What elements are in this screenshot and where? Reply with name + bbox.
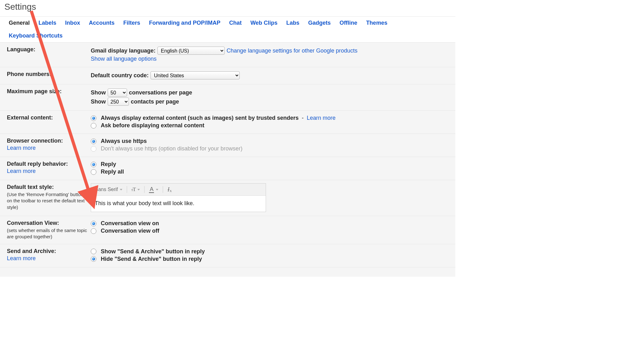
country-code-select[interactable]: United States [151, 71, 240, 79]
radio-always-https[interactable] [91, 139, 96, 144]
conversation-on-label: Conversation view on [101, 220, 159, 227]
row-phone-numbers: Phone numbers: Default country code: Uni… [0, 67, 455, 84]
external-learn-more-link[interactable]: Learn more [307, 115, 335, 121]
text-style-editor: Sans Serif тT A [91, 183, 266, 212]
row-send-and-archive: Send and Archive: Learn more Show "Send … [0, 244, 455, 267]
tab-accounts[interactable]: Accounts [84, 17, 119, 29]
radio-reply-all[interactable] [91, 169, 96, 175]
contacts-per-page-label: contacts per page [131, 99, 179, 105]
hide-send-archive-label: Hide "Send & Archive" button in reply [101, 256, 202, 262]
font-size-icon: тT [131, 186, 136, 193]
reply-learn-more-link[interactable]: Learn more [7, 168, 88, 174]
show-word-2: Show [91, 99, 106, 105]
chevron-down-icon [156, 189, 158, 190]
row-external-content: External content: Always display externa… [0, 111, 455, 134]
tab-offline[interactable]: Offline [335, 17, 362, 29]
label-language: Language: [0, 46, 91, 63]
remove-formatting-icon: Ix [167, 186, 171, 193]
radio-reply[interactable] [91, 162, 96, 167]
tab-chat[interactable]: Chat [225, 17, 246, 29]
default-country-code-label: Default country code: [91, 72, 149, 79]
hint-conversation-view: (sets whether emails of the same topic a… [7, 227, 88, 240]
radio-show-send-archive[interactable] [91, 249, 96, 254]
show-all-language-options-link[interactable]: Show all language options [91, 56, 156, 62]
tab-inbox[interactable]: Inbox [61, 17, 84, 29]
conversations-per-page-label: conversations per page [129, 89, 192, 96]
radio-external-always[interactable] [91, 115, 96, 121]
label-conversation-view: Conversation View: [7, 220, 59, 226]
conversation-off-label: Conversation view off [101, 228, 159, 234]
label-max-page-size: Maximum page size: [0, 88, 91, 107]
browser-learn-more-link[interactable]: Learn more [7, 145, 88, 151]
tab-gadgets[interactable]: Gadgets [304, 17, 335, 29]
external-always-label: Always display external content (such as… [101, 115, 299, 121]
row-default-reply: Default reply behavior: Learn more Reply… [0, 157, 455, 180]
row-conversation-view: Conversation View: (sets whether emails … [0, 216, 455, 244]
tab-labs[interactable]: Labs [282, 17, 304, 29]
reply-label: Reply [101, 161, 116, 168]
tabs-bar: GeneralLabelsInboxAccountsFiltersForward… [0, 16, 455, 43]
reply-all-label: Reply all [101, 169, 124, 175]
chevron-down-icon [120, 189, 122, 190]
label-send-and-archive: Send and Archive: [7, 248, 56, 254]
tab-web-clips[interactable]: Web Clips [246, 17, 282, 29]
text-style-preview: This is what your body text will look li… [91, 196, 266, 212]
toolbar-separator [144, 186, 145, 193]
contacts-per-page-select[interactable]: 250 [108, 98, 129, 106]
external-ask-label: Ask before displaying external content [101, 122, 204, 129]
toolbar-separator [127, 186, 127, 193]
text-style-toolbar: Sans Serif тT A [91, 184, 266, 196]
chevron-down-icon [137, 189, 140, 190]
dash: - [302, 115, 304, 121]
font-family-name: Sans Serif [95, 187, 118, 192]
row-language: Language: Gmail display language: Englis… [0, 43, 455, 67]
change-language-link[interactable]: Change language settings for other Googl… [227, 48, 357, 54]
settings-body: Language: Gmail display language: Englis… [0, 43, 455, 277]
label-default-text-style: Default text style: [7, 184, 54, 190]
tab-themes[interactable]: Themes [362, 17, 392, 29]
tab-keyboard-shortcuts[interactable]: Keyboard Shortcuts [4, 29, 67, 42]
toolbar-separator [163, 186, 163, 193]
radio-conversation-on[interactable] [91, 221, 96, 226]
page-title: Settings [0, 0, 455, 16]
row-max-page-size: Maximum page size: Show 50 conversations… [0, 84, 455, 111]
tab-forwarding-and-pop-imap[interactable]: Forwarding and POP/IMAP [145, 17, 225, 29]
label-phone-numbers: Phone numbers: [0, 70, 91, 80]
radio-conversation-off[interactable] [91, 228, 96, 234]
radio-hide-send-archive[interactable] [91, 256, 96, 262]
hint-default-text-style: (Use the 'Remove Formatting' button on t… [7, 191, 88, 210]
dont-always-https-label: Don't always use https (option disabled … [101, 145, 243, 152]
language-select[interactable]: English (US) [157, 47, 225, 55]
tab-filters[interactable]: Filters [119, 17, 145, 29]
remove-formatting-button[interactable]: Ix [167, 186, 171, 193]
always-https-label: Always use https [101, 138, 147, 144]
label-default-reply: Default reply behavior: [7, 161, 68, 167]
text-color-dropdown[interactable]: A [149, 186, 158, 193]
gmail-display-language-label: Gmail display language: [91, 48, 156, 54]
radio-external-ask[interactable] [91, 123, 96, 129]
row-browser-connection: Browser connection: Learn more Always us… [0, 134, 455, 157]
row-default-text-style: Default text style: (Use the 'Remove For… [0, 180, 455, 216]
tab-labels[interactable]: Labels [34, 17, 61, 29]
show-send-archive-label: Show "Send & Archive" button in reply [101, 248, 205, 255]
font-size-dropdown[interactable]: тT [131, 186, 140, 193]
tab-general[interactable]: General [4, 17, 34, 29]
conversations-per-page-select[interactable]: 50 [108, 88, 127, 97]
radio-dont-always-https [91, 146, 96, 152]
font-family-dropdown[interactable]: Sans Serif [95, 187, 122, 192]
send-archive-learn-more-link[interactable]: Learn more [7, 255, 88, 262]
text-color-icon: A [149, 186, 154, 193]
label-external-content: External content: [0, 114, 91, 130]
label-browser-connection: Browser connection: [7, 138, 63, 144]
show-word-1: Show [91, 89, 106, 96]
